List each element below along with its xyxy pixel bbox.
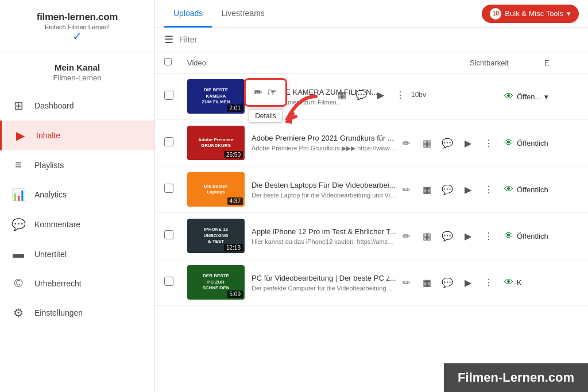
row-checkbox-5[interactable] bbox=[164, 277, 173, 286]
play-button-4[interactable]: ▶ bbox=[459, 227, 477, 244]
sidebar-item-label-urheberrecht: Urheberrecht bbox=[34, 279, 82, 288]
comments-button-5[interactable]: 💬 bbox=[439, 274, 456, 291]
visibility-cell-4: 👁Öffentlich bbox=[504, 231, 579, 241]
more-button-2[interactable]: ⋮ bbox=[480, 134, 497, 152]
tab-uploads[interactable]: Uploads bbox=[164, 1, 212, 28]
filter-icon[interactable]: ☰ bbox=[164, 33, 173, 46]
visibility-dot-2: 👁 bbox=[504, 138, 513, 148]
more-button-5[interactable]: ⋮ bbox=[480, 274, 497, 291]
hand-cursor-icon: ☞ bbox=[267, 86, 277, 99]
filter-bar: ☰ bbox=[155, 28, 588, 52]
edit-button-2[interactable]: ✏ bbox=[397, 134, 415, 152]
playlists-icon: ≡ bbox=[11, 158, 25, 172]
video-desc-4: Hier kannst du das iPhone12 kaufen: http… bbox=[252, 238, 397, 245]
channel-title: Mein Kanal bbox=[11, 63, 143, 72]
video-list: DIE BESTE KAMERA ZUM FILMEN2:01DIE BESTE… bbox=[155, 73, 588, 392]
row-checkbox-cell bbox=[164, 91, 187, 102]
more-button-4[interactable]: ⋮ bbox=[480, 227, 497, 244]
main-content: Uploads Livestreams 10 Bulk & Misc Tools… bbox=[155, 0, 588, 392]
row-actions-5: ✏▦💬▶⋮ bbox=[397, 274, 497, 291]
tab-livestreams[interactable]: Livestreams bbox=[212, 1, 273, 28]
comments-button-2[interactable]: 💬 bbox=[439, 134, 456, 152]
row-actions-2: ✏▦💬▶⋮ bbox=[397, 134, 497, 152]
sidebar-item-label-dashboard: Dashboard bbox=[34, 101, 74, 110]
visibility-label-1[interactable]: Öffen... bbox=[517, 92, 541, 101]
video-title-3: Die Besten Laptops Für Die Videobearbei.… bbox=[252, 181, 397, 189]
row-checkbox-3[interactable] bbox=[164, 184, 173, 193]
visibility-dropdown-arrow[interactable]: ▾ bbox=[544, 92, 548, 101]
10bv-label: 10bv bbox=[411, 91, 426, 99]
video-duration-1: 2:01 bbox=[227, 104, 243, 112]
row-checkbox-cell bbox=[164, 277, 187, 288]
edit-button-4[interactable]: ✏ bbox=[397, 227, 415, 244]
play-button-5[interactable]: ▶ bbox=[459, 274, 477, 291]
details-button-4[interactable]: ▦ bbox=[418, 227, 435, 244]
th-sichtbarkeit: Sichtbarkeit bbox=[470, 59, 544, 67]
filter-input[interactable] bbox=[179, 35, 579, 44]
sidebar-item-inhalte[interactable]: ▶Inhalte bbox=[0, 121, 154, 150]
channel-name: Filmen-Lernen bbox=[11, 73, 143, 82]
sidebar-item-analytics[interactable]: 📊Analytics bbox=[0, 180, 154, 209]
details-button-2[interactable]: ▦ bbox=[418, 134, 435, 152]
row-checkbox-1[interactable] bbox=[164, 91, 173, 100]
select-all-checkbox[interactable] bbox=[164, 58, 172, 65]
edit-button-3[interactable]: ✏ bbox=[397, 181, 415, 198]
visibility-dot-1: 👁 bbox=[504, 91, 513, 102]
video-title-4: Apple iPhone 12 Pro im Test & Ehrlicher … bbox=[252, 227, 397, 236]
sidebar-item-einstellungen[interactable]: ⚙Einstellungen bbox=[0, 298, 154, 328]
video-info-4: Apple iPhone 12 Pro im Test & Ehrlicher … bbox=[252, 227, 397, 245]
video-desc-2: Adobe Premiere Pro Grundkurs ▶▶▶ https:/… bbox=[252, 145, 397, 152]
edit-button-5[interactable]: ✏ bbox=[397, 274, 415, 291]
video-duration-3: 4:37 bbox=[227, 197, 243, 205]
video-title-5: PC für Videobearbeitung | Der beste PC z… bbox=[252, 274, 397, 282]
play-button-1[interactable]: ▶ bbox=[372, 86, 389, 103]
row-actions-1-inline: ▦💬▶⋮10bv bbox=[333, 86, 426, 103]
play-button-2[interactable]: ▶ bbox=[459, 134, 477, 152]
th-checkbox bbox=[164, 58, 187, 67]
details-button-5[interactable]: ▦ bbox=[418, 274, 435, 291]
comments-button-3[interactable]: 💬 bbox=[439, 181, 456, 198]
video-thumbnail-1: DIE BESTE KAMERA ZUM FILMEN2:01 bbox=[187, 79, 245, 114]
video-info-3: Die Besten Laptops Für Die Videobearbei.… bbox=[252, 181, 397, 199]
sidebar-item-label-inhalte: Inhalte bbox=[36, 131, 60, 140]
sidebar-item-kommentare[interactable]: 💬Kommentare bbox=[0, 209, 154, 239]
analytics-icon: 📊 bbox=[11, 188, 25, 201]
more-button-1[interactable]: ⋮ bbox=[392, 86, 409, 103]
sidebar-item-label-playlists: Playlists bbox=[34, 161, 64, 170]
sidebar-item-label-untertitel: Untertitel bbox=[34, 250, 67, 259]
comments-button-4[interactable]: 💬 bbox=[439, 227, 456, 244]
play-button-3[interactable]: ▶ bbox=[459, 181, 477, 198]
sidebar-item-label-einstellungen: Einstellungen bbox=[34, 308, 83, 317]
video-info-2: Adobe Premiere Pro 2021 Grundkurs für ..… bbox=[252, 134, 397, 152]
visibility-cell-1: 👁Öffen...▾ bbox=[504, 91, 579, 102]
comments-button-1[interactable]: 💬 bbox=[353, 86, 370, 103]
video-info-5: PC für Videobearbeitung | Der beste PC z… bbox=[252, 274, 397, 292]
untertitel-icon: ▬ bbox=[11, 247, 25, 261]
sidebar-item-dashboard[interactable]: ⊞Dashboard bbox=[0, 91, 154, 121]
video-title-2: Adobe Premiere Pro 2021 Grundkurs für ..… bbox=[252, 134, 397, 142]
th-video: Video bbox=[187, 59, 470, 67]
grid-button-1[interactable]: ▦ bbox=[333, 86, 350, 103]
einstellungen-icon: ⚙ bbox=[11, 306, 25, 320]
table-row: IPHONE 12 UNBOXING & TEST12:18Apple iPho… bbox=[155, 213, 588, 259]
video-thumbnail-5: DER BESTE PC ZUR SCHNEIDEN5:09 bbox=[187, 265, 245, 300]
th-extra: E bbox=[544, 59, 579, 67]
more-button-3[interactable]: ⋮ bbox=[480, 181, 497, 198]
row-checkbox-cell bbox=[164, 184, 187, 195]
kommentare-icon: 💬 bbox=[11, 218, 25, 231]
watermark: Filmen-Lernen.com bbox=[444, 363, 588, 392]
row-checkbox-2[interactable] bbox=[164, 137, 173, 146]
bulk-tools-button[interactable]: 10 Bulk & Misc Tools ▾ bbox=[482, 5, 579, 23]
video-thumbnail-4: IPHONE 12 UNBOXING & TEST12:18 bbox=[187, 219, 245, 253]
sidebar-item-playlists[interactable]: ≡Playlists bbox=[0, 150, 154, 180]
visibility-dot-4: 👁 bbox=[504, 231, 513, 241]
bulk-tools-label: Bulk & Misc Tools bbox=[505, 9, 563, 18]
row-checkbox-4[interactable] bbox=[164, 230, 173, 239]
sidebar-channel: Mein Kanal Filmen-Lernen bbox=[0, 52, 154, 91]
sidebar-item-urheberrecht[interactable]: ©Urheberrecht bbox=[0, 269, 154, 298]
video-desc-5: Der perfekte Computer für die Videobearb… bbox=[252, 285, 397, 292]
visibility-cell-3: 👁Öffentlich bbox=[504, 184, 579, 195]
sidebar-item-untertitel[interactable]: ▬Untertitel bbox=[0, 239, 154, 269]
details-button-3[interactable]: ▦ bbox=[418, 181, 435, 198]
sidebar-item-label-kommentare: Kommentare bbox=[34, 220, 80, 229]
